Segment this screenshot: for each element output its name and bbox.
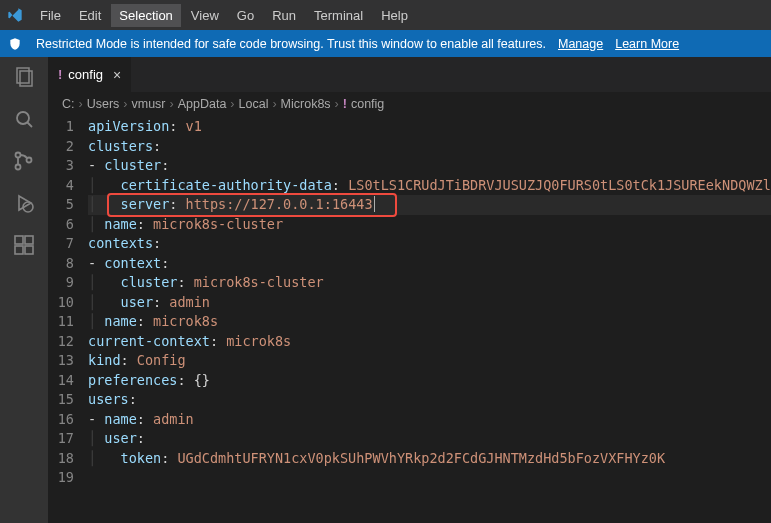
- svg-point-2: [17, 112, 29, 124]
- menu-bar: FileEditSelectionViewGoRunTerminalHelp: [0, 0, 771, 30]
- code-line[interactable]: users:: [88, 390, 771, 410]
- run-debug-icon[interactable]: [12, 191, 36, 215]
- code-line[interactable]: │ certificate-authority-data: LS0tLS1CRU…: [88, 176, 771, 196]
- svg-rect-9: [15, 236, 23, 244]
- breadcrumb-segment[interactable]: Local: [239, 97, 269, 111]
- close-icon[interactable]: ×: [113, 67, 121, 83]
- workbench: ! config × C:›Users›vmusr›AppData›Local›…: [0, 57, 771, 523]
- chevron-right-icon: ›: [123, 97, 127, 111]
- breadcrumb-file[interactable]: config: [351, 97, 384, 111]
- explorer-icon[interactable]: [12, 65, 36, 89]
- menu-view[interactable]: View: [183, 4, 227, 27]
- breadcrumbs[interactable]: C:›Users›vmusr›AppData›Local›Microk8s›! …: [48, 92, 771, 116]
- breadcrumb-segment[interactable]: AppData: [178, 97, 227, 111]
- chevron-right-icon: ›: [230, 97, 234, 111]
- code-line[interactable]: │ name: microk8s-cluster: [88, 215, 771, 235]
- code-line[interactable]: - name: admin: [88, 410, 771, 430]
- line-number-gutter: 12345678910111213141516171819: [48, 116, 88, 523]
- svg-point-5: [16, 165, 21, 170]
- code-line[interactable]: │ user: admin: [88, 293, 771, 313]
- yaml-file-icon: !: [58, 67, 62, 82]
- menu-go[interactable]: Go: [229, 4, 262, 27]
- menu-terminal[interactable]: Terminal: [306, 4, 371, 27]
- menu-selection[interactable]: Selection: [111, 4, 180, 27]
- code-line[interactable]: - cluster:: [88, 156, 771, 176]
- chevron-right-icon: ›: [79, 97, 83, 111]
- editor-group: ! config × C:›Users›vmusr›AppData›Local›…: [48, 57, 771, 523]
- breadcrumb-segment[interactable]: Microk8s: [281, 97, 331, 111]
- breadcrumb-segment[interactable]: vmusr: [132, 97, 166, 111]
- menu-run[interactable]: Run: [264, 4, 304, 27]
- code-line[interactable]: clusters:: [88, 137, 771, 157]
- code-line[interactable]: apiVersion: v1: [88, 117, 771, 137]
- menu-help[interactable]: Help: [373, 4, 416, 27]
- tab-config[interactable]: ! config ×: [48, 57, 132, 92]
- shield-icon: [8, 37, 24, 51]
- code-line[interactable]: │ user:: [88, 429, 771, 449]
- code-line[interactable]: current-context: microk8s: [88, 332, 771, 352]
- text-cursor: [374, 196, 375, 212]
- code-line[interactable]: - context:: [88, 254, 771, 274]
- learn-more-link[interactable]: Learn More: [615, 37, 679, 51]
- svg-point-4: [16, 153, 21, 158]
- menu-file[interactable]: File: [32, 4, 69, 27]
- restricted-mode-banner: Restricted Mode is intended for safe cod…: [0, 30, 771, 57]
- yaml-file-icon: !: [343, 97, 347, 111]
- manage-link[interactable]: Manage: [558, 37, 603, 51]
- chevron-right-icon: ›: [335, 97, 339, 111]
- code-line[interactable]: kind: Config: [88, 351, 771, 371]
- code-line[interactable]: │ name: microk8s: [88, 312, 771, 332]
- activity-bar: [0, 57, 48, 523]
- svg-point-6: [27, 158, 32, 163]
- code-line[interactable]: │ cluster: microk8s-cluster: [88, 273, 771, 293]
- code-line[interactable]: contexts:: [88, 234, 771, 254]
- svg-line-3: [28, 123, 33, 128]
- search-icon[interactable]: [12, 107, 36, 131]
- code-line[interactable]: preferences: {}: [88, 371, 771, 391]
- chevron-right-icon: ›: [170, 97, 174, 111]
- editor[interactable]: 12345678910111213141516171819 apiVersion…: [48, 116, 771, 523]
- code-area[interactable]: apiVersion: v1clusters:- cluster:│ certi…: [88, 116, 771, 523]
- tab-bar: ! config ×: [48, 57, 771, 92]
- extensions-icon[interactable]: [12, 233, 36, 257]
- vscode-logo-icon: [6, 6, 24, 24]
- svg-rect-10: [15, 246, 23, 254]
- code-line[interactable]: │ token: UGdCdmhtUFRYN1cxV0pkSUhPWVhYRkp…: [88, 449, 771, 469]
- breadcrumb-segment[interactable]: C:: [62, 97, 75, 111]
- chevron-right-icon: ›: [272, 97, 276, 111]
- tab-title: config: [68, 67, 103, 82]
- code-line[interactable]: [88, 468, 771, 488]
- source-control-icon[interactable]: [12, 149, 36, 173]
- banner-message: Restricted Mode is intended for safe cod…: [36, 37, 546, 51]
- svg-rect-11: [25, 246, 33, 254]
- svg-rect-12: [25, 236, 33, 244]
- code-line[interactable]: │ server: https://127.0.0.1:16443: [88, 195, 771, 215]
- menu-edit[interactable]: Edit: [71, 4, 109, 27]
- breadcrumb-segment[interactable]: Users: [87, 97, 120, 111]
